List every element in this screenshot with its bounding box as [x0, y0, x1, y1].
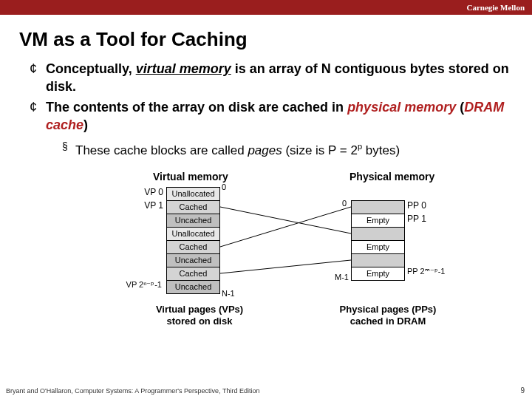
text-emphasis: physical memory: [347, 100, 456, 115]
vm-row: Uncached: [167, 280, 220, 293]
bullet-1: ¢ Conceptually, virtual memory is an arr…: [30, 60, 510, 95]
caption-line: Physical pages (PPs): [340, 304, 437, 315]
vm-row: Cached: [167, 267, 220, 280]
footer-citation: Bryant and O'Hallaron, Computer Systems:…: [6, 387, 259, 395]
text: ): [83, 117, 88, 132]
text: The contents of the array on disk are ca…: [46, 100, 347, 115]
caption-line: cached in DRAM: [350, 316, 426, 327]
institution-label: Carnegie Mellon: [466, 3, 525, 12]
text: bytes): [362, 143, 400, 157]
text: These cache blocks are called: [75, 143, 248, 157]
sub-bullet: § These cache blocks are called pages (s…: [62, 138, 510, 159]
sub-bullet-icon: §: [62, 138, 75, 159]
page-number: 9: [520, 386, 525, 395]
vm-row: Cached: [167, 200, 220, 214]
slide-title: VM as a Tool for Caching: [0, 15, 532, 60]
vm-row: Unallocated: [167, 227, 220, 240]
vm-row: Uncached: [167, 253, 220, 267]
pplast-label: PP 2ᵐ⁻ᵖ-1: [407, 267, 445, 276]
caption-line: Virtual pages (VPs): [156, 304, 243, 315]
vm-caption: Virtual pages (VPs) stored on disk: [144, 304, 255, 327]
pm-row: [352, 200, 405, 214]
bullet-icon: ¢: [30, 98, 46, 134]
vplast-label: VP 2ⁿ⁻ᵖ-1: [117, 280, 162, 290]
pm-row: Empty: [352, 240, 405, 253]
vm-row: Unallocated: [167, 187, 220, 200]
pm-row: Empty: [352, 267, 405, 280]
pm-caption: Physical pages (PPs) cached in DRAM: [329, 304, 447, 327]
svg-line-0: [220, 207, 351, 233]
pp0-label: PP 0: [407, 200, 426, 211]
text: (: [456, 100, 464, 115]
content-area: ¢ Conceptually, virtual memory is an arr…: [0, 60, 532, 355]
text: (size is P = 2: [282, 143, 358, 157]
pm-zero-label: 0: [342, 199, 347, 208]
vm-diagram: Virtual memory Physical memory VP 0 VP 1…: [48, 171, 491, 355]
svg-line-2: [220, 260, 351, 273]
pm-column-header: Physical memory: [349, 171, 434, 183]
text: Conceptually,: [46, 61, 136, 76]
bullet-1-text: Conceptually, virtual memory is an array…: [46, 60, 510, 95]
bullet-2: ¢ The contents of the array on disk are …: [30, 98, 510, 134]
pp1-label: PP 1: [407, 214, 426, 224]
sub-bullet-text: These cache blocks are called pages (siz…: [75, 138, 400, 159]
vp1-label: VP 1: [126, 200, 163, 211]
pm-table: Empty Empty Empty: [351, 200, 405, 281]
vm-zero-label: 0: [222, 183, 226, 191]
pm-row: [352, 253, 405, 267]
header-bar: Carnegie Mellon: [0, 0, 532, 15]
vp0-label: VP 0: [126, 187, 163, 197]
vm-row: Uncached: [167, 214, 220, 227]
text-underlined: virtual memory: [136, 61, 231, 76]
vm-n1-label: N-1: [222, 289, 235, 298]
text-italic: pages: [248, 143, 282, 157]
pm-row: [352, 227, 405, 240]
bullet-icon: ¢: [30, 60, 46, 95]
pm-m1-label: M-1: [335, 273, 349, 282]
caption-line: stored on disk: [167, 316, 233, 327]
mapping-lines: [48, 171, 491, 355]
svg-line-1: [220, 207, 351, 247]
vm-table: Unallocated Cached Uncached Unallocated …: [166, 187, 220, 294]
pm-row: Empty: [352, 214, 405, 227]
vm-column-header: Virtual memory: [153, 171, 228, 183]
vm-row: Cached: [167, 240, 220, 253]
bullet-2-text: The contents of the array on disk are ca…: [46, 98, 510, 134]
